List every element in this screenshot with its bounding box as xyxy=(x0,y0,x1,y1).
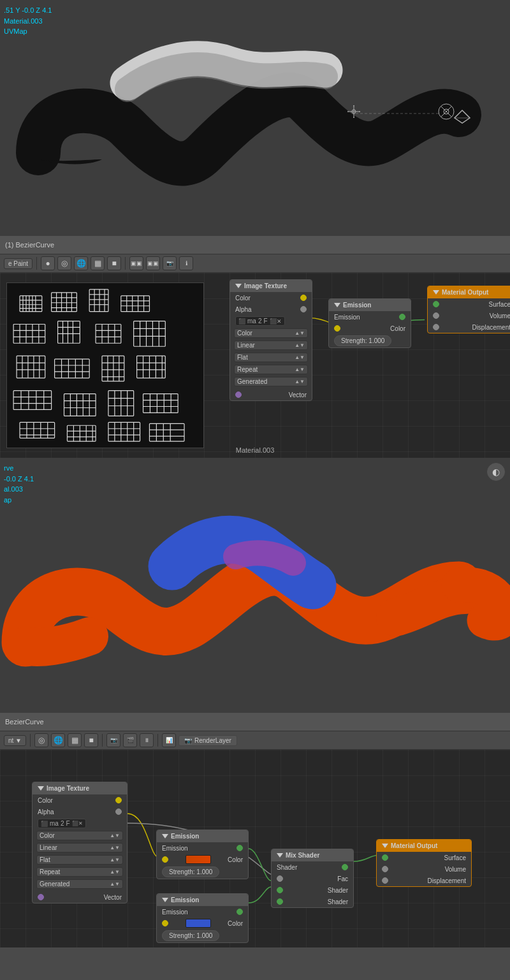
select-arrow-5: ▲▼ xyxy=(295,379,305,384)
view-dot-icon[interactable]: ● xyxy=(41,256,55,270)
view-solid-icon[interactable]: ■ xyxy=(107,256,121,270)
node-header-emission: Emission xyxy=(329,299,411,311)
em1-color-socket[interactable] xyxy=(162,856,168,863)
overlay-map: ap xyxy=(4,495,34,506)
node-row-em1-strength: Strength: 1.000 xyxy=(157,865,248,879)
icon-grid[interactable]: ▦ xyxy=(68,733,82,747)
em2-color-socket[interactable] xyxy=(162,920,168,926)
bottom-viewport-overlay: rve -0.0 Z 4.1 al.003 ap xyxy=(4,463,34,505)
node-collapse-output[interactable] xyxy=(433,290,439,295)
grid-large-icon[interactable]: ▣▣ xyxy=(146,256,160,270)
node-collapse-icon[interactable] xyxy=(235,284,242,288)
node-row-surface: Surface xyxy=(428,298,510,310)
linear-select[interactable]: Linear ▲▼ xyxy=(234,340,308,350)
generated-select[interactable]: Generated ▲▼ xyxy=(234,377,308,386)
node-label-color: Color xyxy=(235,295,251,302)
em2-color-label: Color xyxy=(228,920,243,927)
coord-text: .51 Y -0.0 Z 4.1 xyxy=(4,6,52,14)
render-icon[interactable]: 📷 xyxy=(163,256,177,270)
shader2-socket[interactable] xyxy=(277,898,283,905)
icon-timeline[interactable]: 📊 xyxy=(162,733,176,747)
node-title-mat-bottom: Material Output xyxy=(391,842,437,849)
em1-strength-btn[interactable]: Strength: 1.000 xyxy=(162,867,219,877)
fac-socket[interactable] xyxy=(277,875,283,882)
flat-select[interactable]: Flat ▲▼ xyxy=(234,353,308,362)
linear-select-b[interactable]: Linear ▲▼ xyxy=(36,843,123,852)
material-text: Material.003 xyxy=(4,17,43,25)
icon-pause[interactable]: ⏸ xyxy=(140,733,154,747)
node-collapse-em1[interactable] xyxy=(162,834,168,838)
flat-select-b[interactable]: Flat ▲▼ xyxy=(36,855,123,865)
node-collapse-mix[interactable] xyxy=(277,853,283,858)
alpha-out-b[interactable] xyxy=(115,808,122,815)
node-collapse-mat-bottom[interactable] xyxy=(382,844,388,848)
em2-strength-btn[interactable]: Strength: 1.000 xyxy=(162,930,219,941)
repeat-select[interactable]: Repeat ▲▼ xyxy=(234,365,308,374)
statusbar-bottom: BezierCurve xyxy=(0,713,510,731)
emission-node-1-bottom: Emission Emission Color Strength: 1.000 xyxy=(156,830,249,879)
icon-camera[interactable]: 📷 xyxy=(106,733,120,747)
node-row-field: ⬛ ma 2 F ⬛✕ xyxy=(230,315,312,327)
node-row-em2-strength: Strength: 1.000 xyxy=(157,929,248,942)
node-header-img-tex-bottom: Image Texture xyxy=(33,782,127,794)
vector-in-b[interactable] xyxy=(38,894,44,900)
node-label-color-in: Color xyxy=(390,325,405,332)
generated-select-b[interactable]: Generated ▲▼ xyxy=(36,879,123,889)
view-globe-icon[interactable]: 🌐 xyxy=(74,256,88,270)
icon-render[interactable]: 🎬 xyxy=(123,733,137,747)
node-collapse-emission[interactable] xyxy=(334,303,340,307)
node-title-material-output: Material Output xyxy=(442,289,488,296)
grid-small-icon[interactable]: ▣▣ xyxy=(129,256,143,270)
mix-out-socket[interactable] xyxy=(342,864,348,870)
displacement-in-b[interactable] xyxy=(382,877,388,884)
icon-globe[interactable]: 🌐 xyxy=(51,733,65,747)
paint-button[interactable]: e Paint xyxy=(4,258,33,269)
image-field-b[interactable]: ⬛ ma 2 F ⬛✕ xyxy=(38,819,86,828)
node-row-shader1: Shader xyxy=(272,884,353,896)
displacement-input-socket[interactable] xyxy=(433,324,439,330)
overlay-coord: -0.0 Z 4.1 xyxy=(4,474,34,485)
view-grid-icon[interactable]: ▦ xyxy=(91,256,105,270)
icon-solid[interactable]: ■ xyxy=(84,733,98,747)
vector-input-socket[interactable] xyxy=(235,391,242,398)
info-icon[interactable]: ℹ xyxy=(179,256,193,270)
node-label-displacement: Displacement xyxy=(472,324,510,331)
toolbar-separator-2 xyxy=(125,257,126,270)
node-row-alpha: Alpha xyxy=(230,304,312,315)
view-ring-icon[interactable]: ◎ xyxy=(57,256,71,270)
image-field[interactable]: ⬛ ma 2 F ⬛✕ xyxy=(235,316,285,326)
shader1-socket[interactable] xyxy=(277,887,283,893)
icon-ring[interactable]: ◎ xyxy=(34,733,48,747)
node-row-displacement-b: Displacement xyxy=(377,875,471,886)
top-viewport: .51 Y -0.0 Z 4.1 Material.003 UVMap xyxy=(0,0,510,236)
mode-btn[interactable]: nt ▼ xyxy=(4,735,26,746)
volume-in-b[interactable] xyxy=(382,866,388,872)
repeat-select-b[interactable]: Repeat ▲▼ xyxy=(36,867,123,877)
node-collapse-img-bottom[interactable] xyxy=(38,786,44,791)
color-input-socket[interactable] xyxy=(334,325,340,332)
label-displacement-b: Displacement xyxy=(427,877,466,884)
color-select-b[interactable]: Color ▲▼ xyxy=(36,831,123,840)
em2-color-swatch[interactable] xyxy=(186,919,211,928)
em1-color-swatch[interactable] xyxy=(186,855,211,864)
color-output-socket[interactable] xyxy=(300,295,307,301)
volume-input-socket[interactable] xyxy=(433,312,439,319)
node-header-material-output: Material Output xyxy=(428,286,510,298)
label-vector-b: Vector xyxy=(104,894,122,901)
corner-button[interactable]: ◐ xyxy=(487,463,505,481)
color-select[interactable]: Color ▲▼ xyxy=(234,328,308,338)
em1-out-socket[interactable] xyxy=(237,845,243,851)
render-layer-button[interactable]: 📷 RenderLayer xyxy=(178,735,237,746)
alpha-output-socket[interactable] xyxy=(300,306,307,312)
emission-output-socket[interactable] xyxy=(399,314,405,320)
label-em1: Emission xyxy=(162,845,188,852)
em2-out-socket[interactable] xyxy=(237,909,243,915)
color-out-b[interactable] xyxy=(115,797,122,803)
field-ma: ma xyxy=(247,318,256,325)
strength-button[interactable]: Strength: 1.000 xyxy=(334,335,391,346)
surface-input-socket[interactable] xyxy=(433,301,439,307)
node-row-volume: Volume xyxy=(428,310,510,321)
node-collapse-em2[interactable] xyxy=(162,898,168,902)
node-row-volume-b: Volume xyxy=(377,863,471,875)
surface-in-b[interactable] xyxy=(382,854,388,861)
